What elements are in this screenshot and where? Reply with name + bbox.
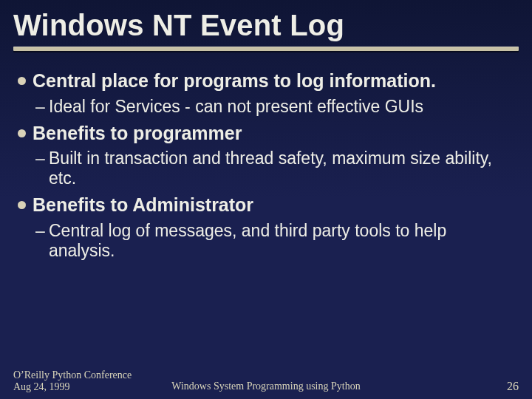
sub-bullet-item: – Ideal for Services - can not present e…	[16, 97, 516, 117]
dash-icon: –	[35, 149, 45, 168]
page-number: 26	[507, 380, 519, 393]
bullet-text: Benefits to programmer	[33, 123, 242, 143]
footer-center: Windows System Programming using Python	[171, 381, 360, 392]
title-area: Windows NT Event Log	[0, 0, 532, 51]
slide-title: Windows NT Event Log	[13, 9, 519, 42]
sub-bullet-text: Central log of messages, and third party…	[49, 221, 446, 260]
bullet-text: Benefits to Administrator	[33, 194, 253, 215]
content-area: Central place for programs to log inform…	[0, 51, 532, 261]
sub-bullet-text: Ideal for Services - can not present eff…	[49, 97, 423, 116]
sub-bullet-item: – Central log of messages, and third par…	[16, 221, 516, 261]
footer: O’Reilly Python Conference Aug 24, 1999 …	[0, 369, 532, 395]
footer-left-line1: O’Reilly Python Conference	[13, 369, 132, 381]
bullet-icon	[18, 77, 26, 85]
footer-left-line2: Aug 24, 1999	[13, 381, 132, 393]
dash-icon: –	[35, 221, 45, 241]
bullet-icon	[18, 201, 26, 209]
bullet-item: Central place for programs to log inform…	[16, 70, 516, 92]
bullet-icon	[18, 129, 26, 137]
bullet-text: Central place for programs to log inform…	[33, 70, 436, 91]
dash-icon: –	[35, 97, 45, 117]
sub-bullet-item: – Built in transaction and thread safety…	[16, 149, 516, 188]
bullet-item: Benefits to programmer	[16, 123, 516, 145]
footer-left: O’Reilly Python Conference Aug 24, 1999	[13, 369, 132, 393]
sub-bullet-text: Built in transaction and thread safety, …	[49, 149, 492, 188]
slide: Windows NT Event Log Central place for p…	[0, 0, 532, 399]
bullet-item: Benefits to Administrator	[16, 194, 516, 216]
